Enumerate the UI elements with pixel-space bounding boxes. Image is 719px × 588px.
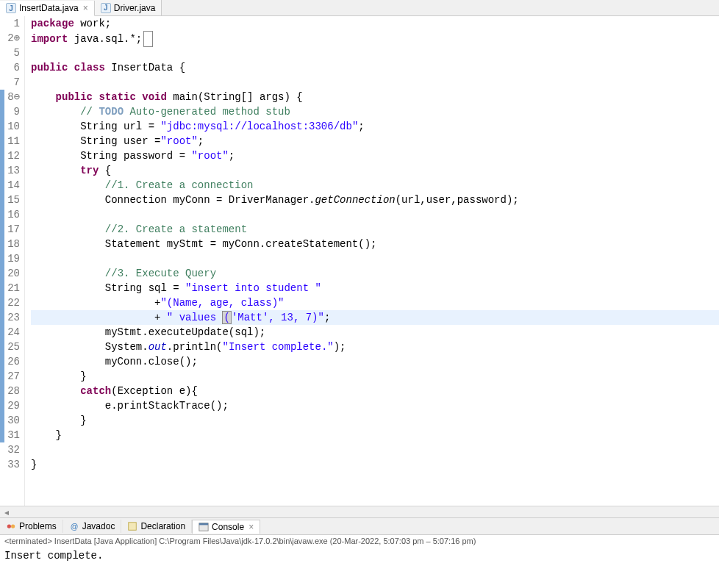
close-icon[interactable]: × bbox=[248, 522, 254, 532]
code-line[interactable]: } bbox=[31, 428, 719, 442]
line-number: 13 bbox=[0, 163, 20, 178]
line-number: 27 bbox=[0, 369, 20, 384]
svg-rect-3 bbox=[129, 523, 137, 531]
bottom-view-tabs: Problems @ Javadoc Declaration Console × bbox=[0, 517, 719, 535]
line-number: 28 bbox=[0, 384, 20, 398]
line-number: 5 bbox=[0, 46, 20, 60]
line-number: 32 bbox=[0, 442, 20, 457]
code-line[interactable]: String user ="root"; bbox=[31, 134, 719, 148]
code-line[interactable]: package work; bbox=[31, 16, 719, 31]
line-number: 14 bbox=[0, 178, 20, 193]
code-line[interactable]: + " values ('Matt', 13, 7)"; bbox=[31, 310, 719, 325]
svg-rect-5 bbox=[199, 523, 208, 525]
close-icon[interactable]: × bbox=[83, 3, 88, 13]
code-line[interactable]: public static void main(String[] args) { bbox=[31, 90, 719, 104]
code-line[interactable]: import java.sql.*; bbox=[31, 31, 719, 46]
code-line[interactable]: String sql = "insert into student " bbox=[31, 281, 719, 295]
code-line[interactable]: myStmt.executeUpdate(sql); bbox=[31, 325, 719, 340]
line-number: 30 bbox=[0, 413, 20, 428]
code-line[interactable] bbox=[31, 46, 719, 60]
code-line[interactable]: +"(Name, age, class)" bbox=[31, 295, 719, 310]
code-line[interactable]: // TODO Auto-generated method stub bbox=[31, 104, 719, 119]
line-number: 11 bbox=[0, 134, 20, 148]
scroll-left-icon[interactable]: ◂ bbox=[1, 508, 12, 517]
svg-text:@: @ bbox=[70, 522, 78, 531]
code-editor[interactable]: 12⊕5678⊖91011121314151617181920212223242… bbox=[0, 16, 719, 506]
code-line[interactable]: myConn.close(); bbox=[31, 354, 719, 369]
line-number: 21 bbox=[0, 281, 20, 295]
code-line[interactable]: try { bbox=[31, 163, 719, 178]
code-line[interactable]: catch(Exception e){ bbox=[31, 384, 719, 398]
svg-point-0 bbox=[7, 524, 11, 528]
code-line[interactable] bbox=[31, 251, 719, 266]
line-number: 7 bbox=[0, 75, 20, 90]
code-line[interactable]: Statement myStmt = myConn.createStatemen… bbox=[31, 237, 719, 251]
code-area[interactable]: package work;import java.sql.*; public c… bbox=[25, 16, 719, 506]
console-status-line: <terminated> InsertData [Java Applicatio… bbox=[0, 535, 719, 547]
tab-insertdata[interactable]: J InsertData.java × bbox=[0, 1, 95, 16]
tab-problems[interactable]: Problems bbox=[0, 520, 63, 533]
line-number: 12 bbox=[0, 148, 20, 163]
line-number: 33 bbox=[0, 457, 20, 472]
view-label: Problems bbox=[19, 521, 57, 531]
line-number: 18 bbox=[0, 237, 20, 251]
line-number: 20 bbox=[0, 266, 20, 281]
code-line[interactable] bbox=[31, 207, 719, 222]
line-number: 19 bbox=[0, 251, 20, 266]
problems-icon bbox=[6, 521, 16, 531]
code-line[interactable]: } bbox=[31, 457, 719, 472]
view-label: Console bbox=[212, 522, 244, 532]
tab-driver[interactable]: J Driver.java bbox=[95, 0, 162, 15]
java-file-icon: J bbox=[101, 3, 111, 13]
line-number: 8⊖ bbox=[0, 90, 20, 104]
line-number: 24 bbox=[0, 325, 20, 340]
code-line[interactable]: //3. Execute Query bbox=[31, 266, 719, 281]
code-line[interactable]: } bbox=[31, 369, 719, 384]
tab-label: InsertData.java bbox=[19, 3, 79, 13]
line-number: 23 bbox=[0, 310, 20, 325]
console-icon bbox=[198, 522, 209, 532]
line-number: 9 bbox=[0, 104, 20, 119]
line-number: 15 bbox=[0, 193, 20, 207]
java-file-icon: J bbox=[6, 3, 16, 13]
line-number: 16 bbox=[0, 207, 20, 222]
code-line[interactable]: String url = "jdbc:mysql://localhost:330… bbox=[31, 119, 719, 134]
line-number: 6 bbox=[0, 60, 20, 75]
console-output[interactable]: Insert complete. bbox=[0, 547, 719, 588]
line-number: 22 bbox=[0, 295, 20, 310]
view-label: Javadoc bbox=[82, 521, 115, 531]
editor-tabs: J InsertData.java × J Driver.java bbox=[0, 0, 719, 16]
tab-javadoc[interactable]: @ Javadoc bbox=[63, 520, 122, 533]
code-line[interactable]: Connection myConn = DriverManager.getCon… bbox=[31, 193, 719, 207]
code-line[interactable]: public class InsertData { bbox=[31, 60, 719, 75]
line-number: 26 bbox=[0, 354, 20, 369]
tab-declaration[interactable]: Declaration bbox=[121, 520, 192, 533]
line-number: 25 bbox=[0, 340, 20, 354]
line-number: 10 bbox=[0, 119, 20, 134]
tab-label: Driver.java bbox=[114, 3, 156, 13]
line-number-gutter: 12⊕5678⊖91011121314151617181920212223242… bbox=[0, 16, 25, 506]
view-label: Declaration bbox=[140, 521, 185, 531]
code-line[interactable] bbox=[31, 75, 719, 90]
svg-point-1 bbox=[11, 524, 15, 528]
tab-console[interactable]: Console × bbox=[192, 520, 260, 534]
line-number: 17 bbox=[0, 222, 20, 237]
line-number: 2⊕ bbox=[0, 31, 20, 46]
code-line[interactable]: e.printStackTrace(); bbox=[31, 398, 719, 413]
javadoc-icon: @ bbox=[69, 521, 79, 531]
code-line[interactable]: } bbox=[31, 413, 719, 428]
line-number: 1 bbox=[0, 16, 20, 31]
line-number: 29 bbox=[0, 398, 20, 413]
code-line[interactable]: //1. Create a connection bbox=[31, 178, 719, 193]
code-line[interactable] bbox=[31, 442, 719, 457]
code-line[interactable]: String password = "root"; bbox=[31, 148, 719, 163]
code-line[interactable]: //2. Create a statement bbox=[31, 222, 719, 237]
line-number: 31 bbox=[0, 428, 20, 442]
declaration-icon bbox=[127, 521, 137, 531]
code-line[interactable]: System.out.println("Insert complete."); bbox=[31, 340, 719, 354]
horizontal-scrollbar[interactable]: ◂ bbox=[0, 506, 719, 517]
